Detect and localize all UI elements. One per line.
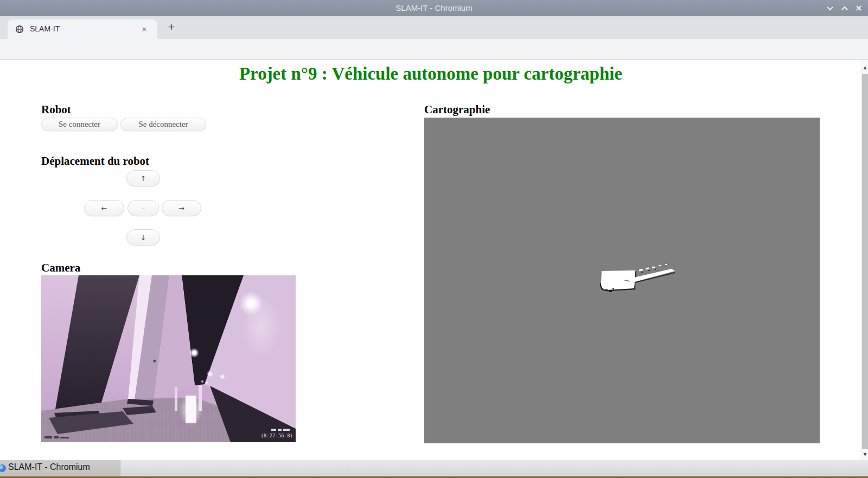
page-title: Projet n°9 : Véhicule autonome pour cart… <box>0 64 861 84</box>
movement-heading: Déplacement du robot <box>41 154 149 168</box>
disconnect-button[interactable]: Se déconnecter <box>120 118 206 131</box>
page-viewport: Projet n°9 : Véhicule autonome pour cart… <box>0 60 868 460</box>
scroll-up-icon[interactable]: ▲ <box>861 64 868 72</box>
tab-close-button[interactable]: × <box>139 24 150 35</box>
connect-button[interactable]: Se connecter <box>41 118 118 131</box>
window-titlebar: SLAM-IT - Chromium <box>0 0 868 16</box>
desktop: SLAM-IT - Chromium <box>0 0 868 478</box>
robot-heading: Robot <box>41 103 71 117</box>
window-close-button[interactable] <box>853 2 865 14</box>
window-minimize-button[interactable] <box>824 2 836 14</box>
tab-title: SLAM-IT <box>30 24 60 33</box>
map-canvas <box>424 118 820 443</box>
taskbar-item-chromium[interactable]: SLAM-IT - Chromium <box>0 460 120 476</box>
scroll-down-icon[interactable]: ▼ <box>861 451 868 458</box>
taskbar-baseline <box>0 476 868 478</box>
cartography-heading: Cartographie <box>424 103 490 117</box>
move-right-button[interactable]: → <box>162 200 201 216</box>
new-tab-button[interactable]: + <box>164 20 179 35</box>
window-maximize-button[interactable] <box>839 2 851 14</box>
svg-text:(8:27:56-8): (8:27:56-8) <box>260 433 293 438</box>
taskbar-item-label: SLAM-IT - Chromium <box>8 462 90 472</box>
globe-icon <box>15 25 24 34</box>
window-title: SLAM-IT - Chromium <box>0 0 868 16</box>
chevron-down-icon <box>826 5 834 11</box>
taskbar: SLAM-IT - Chromium <box>0 460 868 476</box>
camera-feed: (8:27:56-8) <box>41 275 296 442</box>
chromium-icon <box>0 464 6 472</box>
stop-button[interactable]: - <box>127 200 159 216</box>
close-icon <box>856 5 862 11</box>
tab-slamit[interactable]: SLAM-IT × <box>8 20 157 39</box>
tab-strip: SLAM-IT × + <box>0 16 868 39</box>
scrollbar-thumb[interactable] <box>862 74 868 449</box>
camera-heading: Camera <box>41 261 80 275</box>
move-left-button[interactable]: ← <box>84 200 124 216</box>
browser-toolbar: ← → Not secure | <box>0 39 868 60</box>
move-down-button[interactable]: ↓ <box>126 229 160 246</box>
chevron-up-icon <box>841 5 848 11</box>
move-up-button[interactable]: ↑ <box>126 170 160 186</box>
page-scrollbar[interactable]: ▲ ▼ <box>861 60 868 460</box>
